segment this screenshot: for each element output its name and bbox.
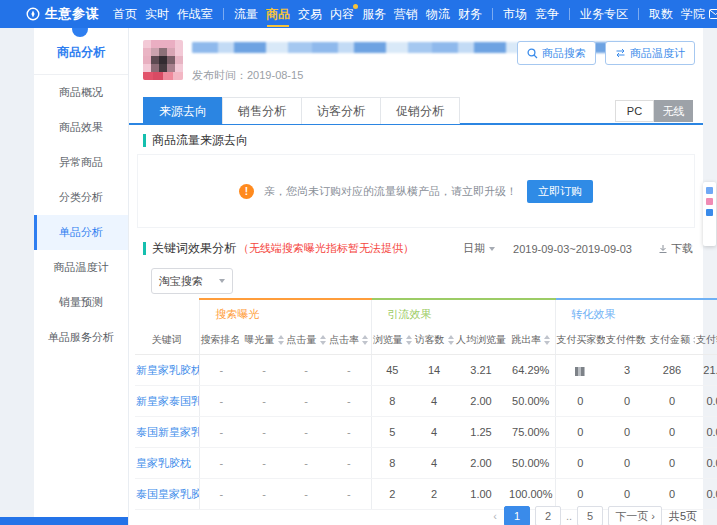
floating-tools-widget[interactable] [703, 182, 716, 246]
table-cell: 0 [555, 386, 605, 417]
nav-item[interactable]: 营销 [394, 0, 418, 28]
column-header[interactable]: 跳出率 [507, 326, 555, 355]
order-now-button[interactable]: 立即订购 [527, 180, 593, 203]
device-toggle-option[interactable]: PC [615, 100, 654, 122]
nav-item[interactable]: 财务 [458, 0, 482, 28]
table-cell: 3.21 [455, 355, 507, 386]
product-search-button[interactable]: 商品搜索 [517, 41, 596, 65]
table-cell: 4 [413, 448, 455, 479]
messages-button[interactable]: 消息 [709, 6, 717, 23]
sort-icon[interactable] [278, 335, 284, 345]
pagination: ‹12..5下一页 ›共5页 [491, 506, 697, 525]
keyword-link[interactable]: 泰国皇家乳胶 [135, 479, 199, 510]
nav-item[interactable]: 首页 [113, 0, 137, 28]
table-cell [555, 355, 605, 386]
upgrade-notice-text: 亲，您尚未订购对应的流量纵横产品，请立即升级！ [264, 184, 517, 199]
table-cell: 0.00% [695, 417, 717, 448]
table-cell: 0 [605, 386, 649, 417]
channel-filter-dropdown[interactable]: 淘宝搜索 [151, 268, 233, 294]
sidebar-item[interactable]: 商品效果 [34, 110, 128, 145]
nav-item[interactable]: 市场 [503, 0, 527, 28]
table-cell: - [199, 417, 243, 448]
column-header[interactable]: 访客数 [413, 326, 455, 355]
brand-title[interactable]: 生意参谋 [45, 5, 99, 23]
notification-dot-icon [353, 4, 358, 9]
column-group-label: 转化效果 [572, 308, 616, 320]
sidebar-item[interactable]: 销量预测 [34, 285, 128, 320]
pagination-prev-icon[interactable]: ‹ [491, 510, 499, 522]
pagination-page[interactable]: 2 [535, 506, 561, 525]
table-cell: 0 [649, 479, 695, 510]
sort-icon[interactable] [544, 335, 550, 345]
table-cell: - [243, 448, 285, 479]
sort-icon[interactable] [362, 335, 368, 345]
keyword-link[interactable]: 新皇家乳胶枕 [135, 355, 199, 386]
date-dropdown[interactable]: 日期 [463, 241, 495, 256]
float-widget-icon [706, 198, 713, 205]
swap-arrows-icon [615, 48, 626, 58]
sidebar-item[interactable]: 商品温度计 [34, 250, 128, 285]
sort-down-icon [406, 341, 412, 345]
sidebar-item[interactable]: 分类分析 [34, 180, 128, 215]
nav-item[interactable]: 取数 [649, 0, 673, 28]
column-header[interactable]: 点击量 [285, 326, 327, 355]
column-header[interactable]: 支付转化率 [695, 326, 717, 355]
nav-item[interactable]: 学院 [681, 0, 705, 28]
sidebar-item[interactable]: 异常商品 [34, 145, 128, 180]
column-header[interactable]: 点击率 [327, 326, 371, 355]
product-thermometer-button[interactable]: 商品温度计 [605, 41, 695, 65]
flow-section-header: 商品流量来源去向 [143, 132, 248, 149]
sort-icon[interactable] [693, 335, 695, 345]
pagination-page[interactable]: 5 [577, 506, 603, 525]
column-header[interactable]: 支付金额 [649, 326, 695, 355]
column-header[interactable]: 浏览量 [371, 326, 413, 355]
nav-item[interactable]: 服务 [362, 0, 386, 28]
nav-item[interactable]: 作战室 [177, 0, 213, 28]
nav-item[interactable]: 内容 [330, 0, 354, 28]
nav-item[interactable]: 商品 [266, 0, 290, 28]
table-cell: - [327, 417, 371, 448]
nav-item[interactable]: 竞争 [535, 0, 559, 28]
column-header[interactable]: 支付件数 [605, 326, 649, 355]
keyword-link[interactable]: 皇家乳胶枕 [135, 448, 199, 479]
table-cell: 2.00 [455, 386, 507, 417]
table-cell: 1.00 [455, 479, 507, 510]
nav-item[interactable]: 交易 [298, 0, 322, 28]
tab[interactable]: 促销分析 [380, 97, 460, 124]
column-header[interactable]: 曝光量 [243, 326, 285, 355]
sort-up-icon [320, 335, 326, 339]
tab[interactable]: 来源去向 [143, 97, 223, 124]
tab[interactable]: 访客分析 [301, 97, 381, 124]
tab[interactable]: 销售分析 [222, 97, 302, 124]
sort-icon[interactable] [406, 335, 412, 345]
nav-item[interactable]: 实时 [145, 0, 169, 28]
sidebar-item[interactable]: 商品概况 [34, 75, 128, 110]
sort-icon[interactable] [448, 335, 454, 345]
sort-icon[interactable] [320, 335, 326, 345]
nav-item[interactable]: 业务专区 [580, 0, 628, 28]
device-toggle-option[interactable]: 无线 [654, 100, 693, 122]
download-button[interactable]: 下载 [658, 241, 693, 256]
column-header[interactable]: 搜索排名 [199, 326, 243, 355]
keyword-link[interactable]: 新皇家泰国乳 [135, 386, 199, 417]
nav-item[interactable]: 流量 [234, 0, 258, 28]
sidebar-item[interactable]: 单品分析 [34, 215, 128, 250]
keyword-link[interactable]: 泰国新皇家乳 [135, 417, 199, 448]
pagination-ellipsis: .. [566, 510, 572, 522]
sidebar-item[interactable]: 单品服务分析 [34, 320, 128, 355]
app-window: 生意参谋 首页实时作战室流量商品交易内容服务营销物流财务市场竞争业务专区取数学院… [0, 0, 717, 525]
table-cell: 0 [605, 417, 649, 448]
table-cell: 2.00 [455, 448, 507, 479]
pagination-page[interactable]: 1 [504, 506, 530, 525]
sort-up-icon [406, 335, 412, 339]
date-label: 日期 [463, 241, 485, 256]
nav-separator [492, 8, 493, 20]
pagination-next-button[interactable]: 下一页 › [608, 506, 662, 525]
sort-up-icon [544, 335, 550, 339]
nav-item[interactable]: 物流 [426, 0, 450, 28]
table-cell: 0 [649, 448, 695, 479]
table-cell: 45 [371, 355, 413, 386]
float-widget-icon [706, 209, 713, 216]
column-header[interactable]: 人均浏览量 [455, 326, 507, 355]
bottom-left-bar [0, 517, 128, 525]
